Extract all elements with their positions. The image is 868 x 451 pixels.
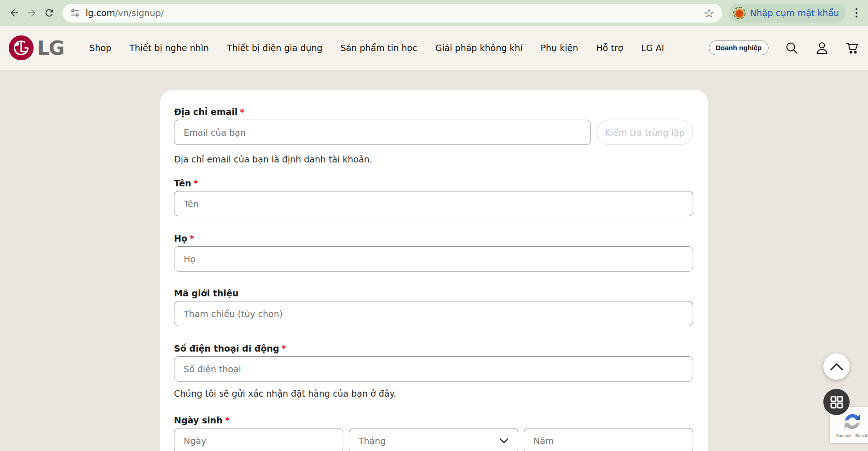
passphrase-button[interactable]: Nhập cụm mật khẩu [729, 4, 846, 23]
recaptcha-icon [842, 411, 863, 432]
extension-icon [733, 7, 746, 19]
phone-helper: Chúng tôi sẽ gửi xác nhận đặt hàng của b… [174, 388, 693, 399]
phone-label: Số điện thoại di động* [174, 343, 693, 353]
last-name-required-asterisk: * [190, 233, 194, 243]
email-input[interactable] [174, 120, 591, 145]
referral-input[interactable] [174, 301, 693, 326]
recaptcha-links[interactable]: Bảo mật - Điều khoản [836, 434, 868, 438]
forward-button[interactable] [23, 4, 41, 22]
nav-item-support[interactable]: Hỗ trợ [596, 43, 623, 53]
passphrase-label: Nhập cụm mật khẩu [750, 8, 839, 18]
forward-arrow-icon [26, 7, 37, 18]
grid-icon [830, 396, 843, 409]
chevron-down-icon [499, 438, 509, 444]
birthday-row: Tháng [174, 428, 693, 451]
first-name-label: Tên* [174, 178, 693, 188]
birthday-label: Ngày sinh* [174, 415, 693, 425]
scroll-top-button[interactable] [823, 353, 850, 380]
phone-input[interactable] [174, 356, 693, 382]
reload-icon [44, 7, 55, 18]
back-arrow-icon [9, 7, 20, 18]
search-icon[interactable] [784, 40, 799, 55]
signup-card: Địa chỉ email* Kiểm tra trùng lặp Địa ch… [160, 90, 708, 451]
url-text: lg.com/vn/signup/ [86, 8, 164, 18]
browser-toolbar: lg.com/vn/signup/ ☆ Nhập cụm mật khẩu [0, 0, 868, 26]
email-row: Kiểm tra trùng lặp [174, 120, 693, 145]
url-bar[interactable]: lg.com/vn/signup/ ☆ [63, 4, 722, 23]
first-name-required-asterisk: * [193, 178, 198, 188]
business-button[interactable]: Doanh nghiệp [709, 40, 769, 55]
nav-item-lg-ai[interactable]: LG AI [641, 43, 664, 53]
phone-required-asterisk: * [282, 343, 286, 353]
birthday-month-select[interactable]: Tháng [349, 428, 518, 451]
site-header: LG Shop Thiết bị nghe nhìn Thiết bị điện… [0, 26, 868, 70]
back-button[interactable] [6, 4, 23, 22]
main-nav: Shop Thiết bị nghe nhìn Thiết bị điện gi… [89, 43, 664, 53]
birthday-year-input[interactable] [524, 428, 693, 451]
email-helper: Địa chỉ email của bạn là định danh tài k… [174, 154, 693, 164]
nav-item-air-solutions[interactable]: Giải pháp không khí [435, 43, 523, 53]
reload-button[interactable] [41, 4, 58, 22]
nav-item-it-products[interactable]: Sản phẩm tin học [341, 43, 417, 53]
email-required-asterisk: * [240, 107, 244, 117]
nav-item-accessories[interactable]: Phụ kiện [541, 43, 579, 53]
nav-item-home-appliances[interactable]: Thiết bị điện gia dụng [227, 43, 323, 53]
nav-item-shop[interactable]: Shop [89, 43, 111, 53]
first-name-input[interactable] [174, 191, 693, 216]
last-name-input[interactable] [174, 246, 693, 272]
cart-icon[interactable] [845, 40, 860, 55]
lg-logo[interactable]: LG [8, 35, 64, 61]
main-content: Địa chỉ email* Kiểm tra trùng lặp Địa ch… [0, 90, 868, 451]
quick-menu-button[interactable] [823, 389, 850, 415]
last-name-label: Họ* [174, 233, 693, 243]
bookmark-star-icon[interactable]: ☆ [703, 7, 714, 19]
nav-item-audio-video[interactable]: Thiết bị nghe nhìn [129, 43, 209, 53]
birthday-required-asterisk: * [225, 415, 230, 425]
browser-menu-kebab-icon[interactable] [851, 8, 862, 17]
check-duplicate-button[interactable]: Kiểm tra trùng lặp [596, 120, 693, 145]
lg-symbol-icon [8, 35, 34, 61]
chevron-up-icon [829, 363, 844, 371]
account-icon[interactable] [815, 40, 829, 55]
email-label: Địa chỉ email* [174, 107, 693, 117]
referral-label: Mã giới thiệu [174, 288, 693, 298]
birthday-day-input[interactable] [174, 428, 343, 451]
header-actions: Doanh nghiệp [709, 40, 860, 55]
month-select-value: Tháng [359, 436, 386, 446]
lg-wordmark: LG [37, 37, 64, 59]
site-info-icon[interactable] [70, 8, 80, 18]
